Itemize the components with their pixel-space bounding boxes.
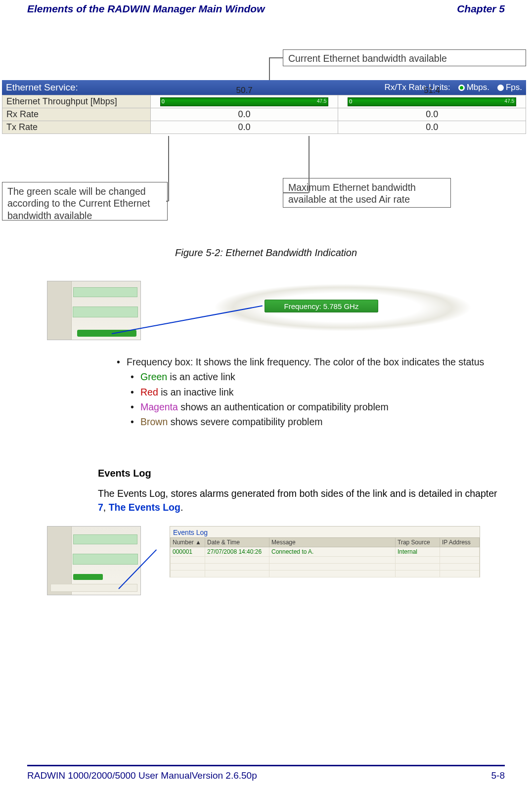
figure-ethernet-bandwidth: Current Ethernet bandwidth available Eth… <box>2 49 526 240</box>
rx-value-2: 0.0 <box>338 108 526 121</box>
callout-current-bandwidth: Current Ethernet bandwidth available <box>283 49 526 66</box>
bullet-magenta: Magenta shows an authentication or compa… <box>129 400 502 414</box>
tx-value-1: 0.0 <box>150 121 338 134</box>
throughput-value-2: 51.4 <box>338 86 526 95</box>
callout-connector <box>269 57 283 58</box>
throughput-value-1: 50.7 <box>151 86 338 95</box>
callout-green-scale: The green scale will be changed accordin… <box>2 182 168 220</box>
footer-manual-title: RADWIN 1000/2000/5000 User Manual <box>27 770 192 781</box>
thumbnail-events-row <box>50 584 137 592</box>
bandwidth-bar-1: 0 47.5 <box>160 97 329 106</box>
col-message[interactable]: Message <box>269 538 396 547</box>
bandwidth-bar-2: 0 47.5 <box>348 97 516 106</box>
bullet-brown-rest: shows severe compatibility problem <box>168 416 322 427</box>
events-log-link[interactable]: The Events Log <box>109 502 180 513</box>
bullet-green: Green is an active link <box>129 370 502 384</box>
callout-connector <box>168 136 169 201</box>
cell-ip <box>440 547 480 557</box>
row-tx-label: Tx Rate <box>2 121 151 134</box>
cell-message: Connected to A. <box>269 547 396 557</box>
figure-caption-5-2: Figure 5-2: Ethernet Bandwidth Indicatio… <box>0 247 532 259</box>
color-word-red: Red <box>140 387 158 397</box>
col-ip-address[interactable]: IP Address <box>440 538 480 547</box>
bullet-brown: Brown shows severe compatibility problem <box>129 415 502 429</box>
col-number[interactable]: Number ▲ <box>171 538 205 547</box>
header-chapter: Chapter 5 <box>457 3 505 15</box>
color-word-green: Green <box>140 371 167 382</box>
bar-start-tick: 0 <box>349 98 352 104</box>
cell-datetime: 27/07/2008 14:40:26 <box>205 547 269 557</box>
callout-connector <box>166 201 168 202</box>
bullet-red-rest: is an inactive link <box>158 387 234 397</box>
callout-connector <box>309 136 310 193</box>
header-section-title: Elements of the RADWIN Manager Main Wind… <box>27 3 265 15</box>
footer-version: Version 2.6.50p <box>192 770 257 781</box>
chapter-7-link[interactable]: 7 <box>98 502 103 513</box>
bullet-green-rest: is an active link <box>167 371 235 382</box>
footer-rule <box>27 765 505 766</box>
tx-value-2: 0.0 <box>338 121 526 134</box>
figure-events-log-zoom: Events Log Number ▲ Date & Time Message … <box>47 526 482 600</box>
color-word-brown: Brown <box>140 416 168 427</box>
paragraph-events-log: The Events Log, stores alarms generated … <box>98 486 502 515</box>
heading-events-log: Events Log <box>98 468 151 479</box>
figure-frequency-zoom: Frequency: 5.785 GHz <box>47 281 482 345</box>
footer-left: RADWIN 1000/2000/5000 User ManualVersion… <box>27 770 257 781</box>
events-log-panel: Events Log Number ▲ Date & Time Message … <box>170 526 480 577</box>
row-throughput-label: Ethernet Throughput [Mbps] <box>2 95 151 108</box>
bullet-magenta-rest: shows an authentication or compatibility… <box>178 401 389 412</box>
events-para-text: The Events Log, stores alarms generated … <box>98 488 497 499</box>
bullet-frequency-box: Frequency box: It shows the link frequen… <box>115 355 502 369</box>
col-datetime[interactable]: Date & Time <box>205 538 269 547</box>
rx-value-1: 0.0 <box>150 108 338 121</box>
events-panel-title: Events Log <box>170 527 480 537</box>
bar-start-tick: 0 <box>162 98 165 104</box>
cell-trap-source: Internal <box>396 547 440 557</box>
comma-sep: , <box>103 502 109 513</box>
bar-end-tick: 47.5 <box>505 98 514 104</box>
thumbnail-freq-bar <box>73 574 103 580</box>
events-table: Number ▲ Date & Time Message Trap Source… <box>170 537 480 577</box>
bar-end-tick: 47.5 <box>317 98 326 104</box>
col-trap-source[interactable]: Trap Source <box>396 538 440 547</box>
manager-thumbnail-2 <box>47 526 141 595</box>
cell-number: 000001 <box>171 547 205 557</box>
row-rx-label: Rx Rate <box>2 108 151 121</box>
callout-connector <box>283 192 309 193</box>
footer-page-number: 5-8 <box>491 770 505 781</box>
frequency-description: Frequency box: It shows the link frequen… <box>115 354 502 430</box>
events-row[interactable]: 000001 27/07/2008 14:40:26 Connected to … <box>171 547 480 557</box>
frequency-pill: Frequency: 5.785 GHz <box>265 300 378 312</box>
bullet-red: Red is an inactive link <box>129 385 502 399</box>
period: . <box>180 502 183 513</box>
service-bar-left-label: Ethernet Service: <box>6 82 78 93</box>
ethernet-table: Ethernet Throughput [Mbps] 50.7 0 47.5 5… <box>2 95 526 134</box>
color-word-magenta: Magenta <box>140 401 178 412</box>
